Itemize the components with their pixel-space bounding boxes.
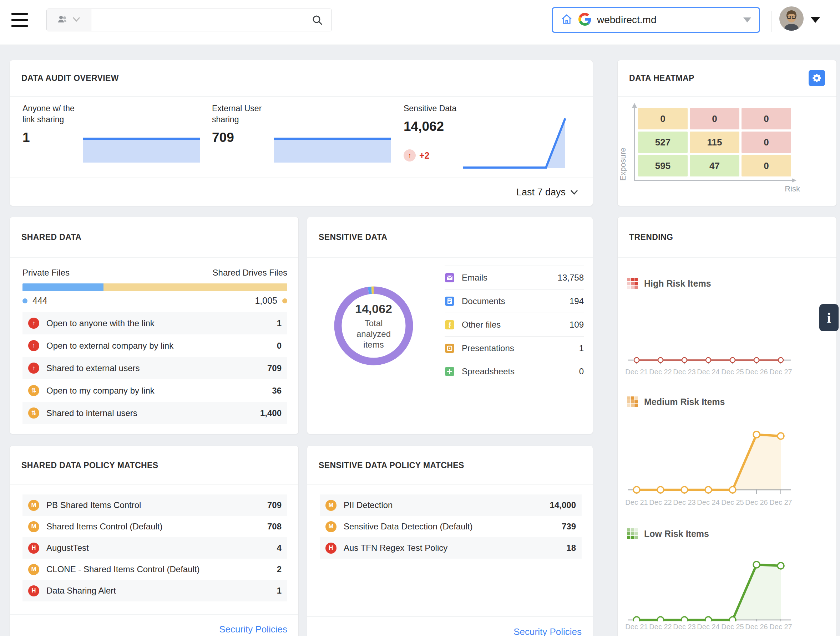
policy-value: 708 bbox=[267, 521, 281, 532]
spreadsheet-icon bbox=[445, 367, 455, 376]
high-severity-badge: H bbox=[28, 586, 39, 597]
gear-icon[interactable] bbox=[808, 70, 825, 86]
policy-row[interactable]: M Shared Items Control (Default) 708 bbox=[22, 516, 287, 537]
yellow-dot-icon bbox=[282, 298, 287, 303]
legend-value: 0 bbox=[579, 367, 584, 376]
heatmap-y-axis bbox=[634, 107, 635, 181]
legend-row: Emails 13,758 bbox=[445, 266, 584, 289]
data-heatmap-card: DATA HEATMAP Exposure 0 0 0 527 115 0 59… bbox=[617, 60, 837, 206]
search-bar bbox=[46, 9, 332, 31]
card-title: SENSITIVE DATA POLICY MATCHES bbox=[319, 461, 464, 470]
donut-total-label: Total analyzed items bbox=[347, 318, 400, 350]
data-audit-overview-card: DATA AUDIT OVERVIEW Anyone w/ thelink sh… bbox=[9, 60, 593, 206]
heatmap-cell[interactable]: 595 bbox=[638, 155, 688, 176]
legend-label: Other files bbox=[462, 320, 501, 330]
heatmap-cell[interactable]: 0 bbox=[742, 132, 791, 153]
axis-arrow-icon bbox=[632, 103, 637, 108]
policy-row[interactable]: H Aus TFN Regex Test Policy 18 bbox=[320, 537, 582, 559]
security-policies-link[interactable]: Security Policies bbox=[219, 624, 287, 634]
card-title: SENSITIVE DATA bbox=[319, 233, 387, 242]
policy-row[interactable]: M Sensitive Data Detection (Default) 739 bbox=[320, 516, 582, 537]
account-menu-caret-icon[interactable] bbox=[811, 17, 820, 23]
files-split-bar bbox=[22, 283, 287, 291]
card-title: DATA HEATMAP bbox=[629, 74, 695, 83]
heatmap-cell[interactable]: 115 bbox=[690, 132, 739, 153]
stat-label: Anyone w/ the bbox=[22, 104, 74, 113]
stat-value: 1 bbox=[22, 130, 74, 145]
policy-label: Shared Items Control (Default) bbox=[46, 521, 163, 532]
list-item[interactable]: ↑ Shared to external users 709 bbox=[22, 357, 287, 379]
shared-data-card: SHARED DATA Private Files Shared Drives … bbox=[9, 217, 299, 434]
sensitive-data-card: SENSITIVE DATA 14,062 Total analyzed ite… bbox=[307, 217, 593, 434]
list-item[interactable]: ⇅ Open to my company by link 36 bbox=[22, 379, 287, 402]
domain-selector-value: webdirect.md bbox=[597, 14, 737, 26]
stat-value: 14,062 bbox=[404, 119, 456, 134]
shared-data-policy-matches-card: SHARED DATA POLICY MATCHES M PB Shared I… bbox=[9, 446, 299, 636]
search-icon[interactable] bbox=[311, 14, 324, 28]
section-label: High Risk Items bbox=[644, 279, 711, 289]
heatmap-grid: 0 0 0 527 115 0 595 47 0 bbox=[638, 108, 791, 176]
medium-severity-badge: M bbox=[325, 521, 336, 532]
arrow-up-icon: ↑ bbox=[404, 150, 416, 162]
info-tab[interactable]: i bbox=[819, 304, 838, 331]
high-risk-grid-icon bbox=[627, 278, 638, 289]
item-label: Shared to internal users bbox=[46, 408, 137, 418]
private-files-label: Private Files bbox=[22, 268, 69, 278]
tick-label: Dec 27 bbox=[766, 498, 795, 507]
legend-label: Documents bbox=[462, 296, 505, 306]
medium-severity-badge: M bbox=[28, 500, 39, 511]
stat-label: External User bbox=[212, 104, 262, 113]
menu-icon[interactable] bbox=[11, 13, 28, 28]
x-axis-labels: Dec 21 Dec 22 Dec 23 Dec 24 Dec 25 Dec 2… bbox=[627, 368, 828, 379]
legend-value: 1 bbox=[579, 343, 584, 353]
policy-row[interactable]: M PB Shared Items Control 709 bbox=[22, 494, 287, 516]
user-avatar[interactable] bbox=[779, 6, 804, 31]
heatmap-cell[interactable]: 47 bbox=[690, 155, 739, 176]
topbar: webdirect.md bbox=[0, 0, 840, 45]
stat-anyone-link-sharing: Anyone w/ thelink sharing 1 bbox=[22, 103, 74, 145]
email-icon bbox=[445, 273, 455, 283]
private-files-bar-segment bbox=[22, 283, 104, 291]
stat-label: Sensitive Data bbox=[404, 104, 456, 113]
policy-label: PB Shared Items Control bbox=[46, 500, 141, 510]
policy-row[interactable]: H Data Sharing Alert 1 bbox=[22, 580, 287, 601]
high-risk-arrow-icon: ↑ bbox=[28, 362, 39, 374]
list-item[interactable]: ↑ Open to anyone with the link 1 bbox=[22, 312, 287, 334]
heatmap-y-axis-label: Exposure bbox=[618, 108, 628, 181]
x-axis-labels: Dec 21 Dec 22 Dec 23 Dec 24 Dec 25 Dec 2… bbox=[627, 623, 828, 633]
medium-severity-badge: M bbox=[28, 564, 39, 575]
search-input[interactable] bbox=[92, 9, 332, 31]
policy-row[interactable]: H AugustTest 4 bbox=[22, 537, 287, 559]
heatmap-cell[interactable]: 0 bbox=[742, 108, 791, 129]
policy-row[interactable]: M CLONE - Shared Items Control (Default)… bbox=[22, 559, 287, 580]
sensitive-data-legend: Emails 13,758 Documents 194 Other files … bbox=[445, 266, 584, 383]
chevron-down-icon bbox=[72, 16, 81, 24]
item-label: Open to external company by link bbox=[46, 341, 174, 351]
shared-data-list: ↑ Open to anyone with the link 1 ↑ Open … bbox=[22, 312, 287, 424]
card-title: SHARED DATA bbox=[21, 233, 81, 242]
low-risk-section: Low Risk Items Dec 21 Dec 22 Dec 23 Dec … bbox=[627, 526, 828, 633]
medium-severity-badge: M bbox=[325, 500, 336, 511]
period-dropdown[interactable]: Last 7 days bbox=[10, 178, 593, 206]
presentation-icon bbox=[445, 343, 455, 353]
heatmap-plot: Exposure 0 0 0 527 115 0 595 47 0 Risk bbox=[618, 97, 837, 206]
policy-value: 14,000 bbox=[550, 500, 576, 510]
policy-value: 18 bbox=[566, 543, 576, 553]
medium-risk-line-chart bbox=[627, 409, 828, 497]
low-risk-line-chart bbox=[627, 541, 828, 621]
domain-selector[interactable]: webdirect.md bbox=[552, 7, 760, 33]
heatmap-cell[interactable]: 527 bbox=[638, 132, 688, 153]
list-item[interactable]: ⇅ Shared to internal users 1,400 bbox=[22, 402, 287, 424]
section-label: Medium Risk Items bbox=[644, 397, 725, 407]
item-value: 36 bbox=[272, 386, 281, 396]
heatmap-cell[interactable]: 0 bbox=[742, 155, 791, 176]
policy-row[interactable]: M PII Detection 14,000 bbox=[320, 494, 582, 516]
policy-label: Data Sharing Alert bbox=[46, 586, 116, 596]
heatmap-cell[interactable]: 0 bbox=[690, 108, 739, 129]
security-policies-link[interactable]: Security Policies bbox=[513, 627, 582, 636]
list-item[interactable]: ↑ Open to external company by link 0 bbox=[22, 334, 287, 357]
heatmap-cell[interactable]: 0 bbox=[638, 108, 688, 129]
legend-row: Documents 194 bbox=[445, 289, 584, 313]
search-scope-dropdown[interactable] bbox=[47, 9, 92, 31]
item-value: 1,400 bbox=[260, 408, 281, 418]
